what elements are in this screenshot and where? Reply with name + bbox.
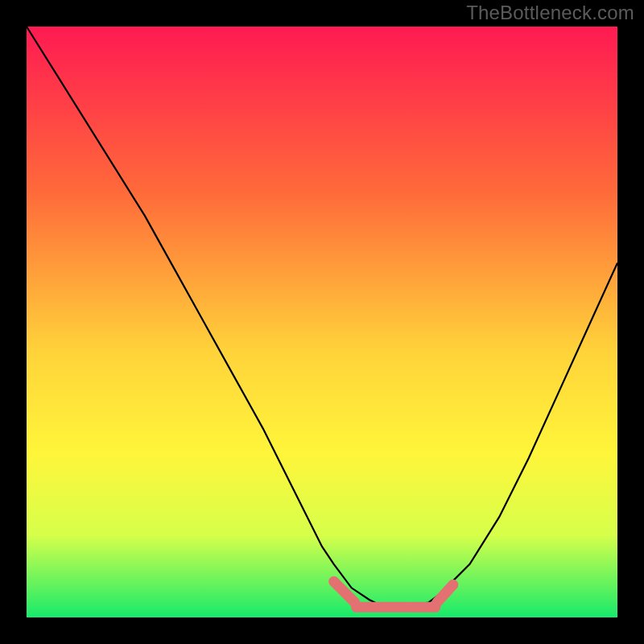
- chart-frame: TheBottleneck.com: [0, 0, 644, 644]
- chart-svg: [0, 0, 644, 644]
- plot-gradient-background: [27, 27, 617, 617]
- watermark-text: TheBottleneck.com: [466, 2, 634, 24]
